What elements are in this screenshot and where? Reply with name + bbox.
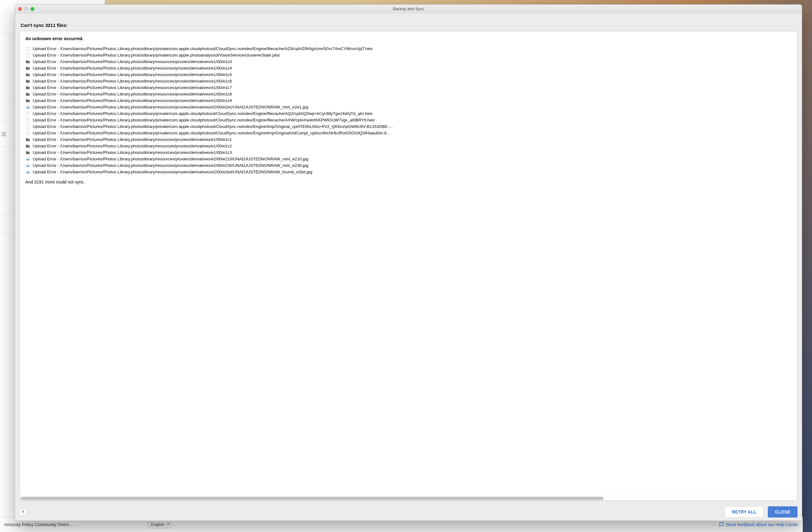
file-icon — [25, 131, 30, 136]
feedback-label: Send feedback about our Help Center — [726, 522, 798, 527]
error-panel-scroll[interactable]: An unknown error occurred. Upload Error … — [20, 31, 797, 496]
error-text: Upload Error - /Users/barrios/Pictures/P… — [33, 136, 232, 143]
error-text: Upload Error - /Users/barrios/Pictures/P… — [33, 91, 232, 97]
backup-and-sync-window: Backup and Sync Can't sync 3211 files: A… — [15, 4, 802, 521]
error-row[interactable]: Upload Error - /Users/barrios/Pictures/P… — [25, 97, 792, 104]
error-text: Upload Error - /Users/barrios/Pictures/P… — [33, 65, 232, 71]
file-icon — [25, 53, 30, 58]
titlebar[interactable]: Backup and Sync — [15, 5, 802, 13]
chat-icon — [719, 522, 724, 527]
error-row[interactable]: Upload Error - /Users/barrios/Pictures/P… — [25, 162, 792, 169]
error-row[interactable]: Upload Error - /Users/barrios/Pictures/P… — [25, 149, 792, 156]
more-could-not-sync: And 3191 more could not sync. — [25, 180, 792, 184]
image-icon — [25, 170, 30, 174]
folder-icon — [25, 66, 30, 71]
error-text: Upload Error - /Users/barrios/Pictures/P… — [33, 84, 232, 91]
file-icon — [25, 118, 30, 123]
error-text: Upload Error - /Users/barrios/Pictures/P… — [33, 97, 232, 104]
folder-icon — [25, 144, 30, 149]
bg-policy-text: mmunity Policy Community Overv… — [4, 522, 73, 527]
error-text: Upload Error - /Users/barrios/Pictures/P… — [33, 52, 280, 58]
dialog-footer: ? RETRY ALL CLOSE — [15, 504, 802, 521]
language-select[interactable]: English — [148, 521, 171, 528]
error-row[interactable]: Upload Error - /Users/barrios/Pictures/P… — [25, 156, 792, 162]
error-row[interactable]: Upload Error - /Users/barrios/Pictures/P… — [25, 71, 792, 78]
error-text: Upload Error - /Users/barrios/Pictures/P… — [33, 78, 232, 84]
folder-icon — [25, 72, 30, 77]
folder-icon — [25, 85, 30, 90]
error-row[interactable]: Upload Error - /Users/barrios/Pictures/P… — [25, 104, 792, 110]
error-row[interactable]: Upload Error - /Users/barrios/Pictures/P… — [25, 169, 792, 175]
folder-icon — [25, 137, 30, 142]
horizontal-scrollbar[interactable] — [20, 496, 797, 501]
image-icon — [25, 105, 30, 110]
close-button[interactable]: CLOSE — [768, 506, 797, 517]
file-icon — [25, 111, 30, 116]
list-icon — [0, 131, 7, 138]
folder-icon — [25, 92, 30, 97]
error-text: Upload Error - /Users/barrios/Pictures/P… — [33, 71, 232, 78]
horizontal-scroll-thumb[interactable] — [20, 497, 604, 500]
cant-sync-heading: Can't sync 3211 files: — [15, 13, 802, 31]
error-text: Upload Error - /Users/barrios/Pictures/P… — [33, 123, 393, 130]
error-text: Upload Error - /Users/barrios/Pictures/P… — [33, 143, 232, 149]
error-row[interactable]: Upload Error - /Users/barrios/Pictures/P… — [25, 143, 792, 149]
error-text: Upload Error - /Users/barrios/Pictures/P… — [33, 162, 308, 169]
image-icon — [25, 163, 30, 168]
error-panel: An unknown error occurred. Upload Error … — [19, 31, 797, 501]
error-text: Upload Error - /Users/barrios/Pictures/P… — [33, 58, 232, 65]
retry-all-button[interactable]: RETRY ALL — [725, 506, 764, 517]
window-title: Backup and Sync — [15, 6, 802, 11]
error-row[interactable]: Upload Error - /Users/barrios/Pictures/P… — [25, 45, 792, 52]
error-row[interactable]: Upload Error - /Users/barrios/Pictures/P… — [25, 123, 792, 130]
file-icon — [25, 46, 30, 51]
error-text: Upload Error - /Users/barrios/Pictures/P… — [33, 45, 373, 52]
folder-icon — [25, 150, 30, 155]
error-row[interactable]: Upload Error - /Users/barrios/Pictures/P… — [25, 65, 792, 71]
error-text: Upload Error - /Users/barrios/Pictures/P… — [33, 169, 313, 175]
file-icon — [25, 124, 30, 129]
error-row[interactable]: Upload Error - /Users/barrios/Pictures/P… — [25, 110, 792, 117]
error-text: Upload Error - /Users/barrios/Pictures/P… — [33, 110, 373, 117]
error-text: Upload Error - /Users/barrios/Pictures/P… — [33, 104, 308, 110]
error-heading: An unknown error occurred. — [25, 36, 792, 41]
folder-icon — [25, 79, 30, 84]
folder-icon — [25, 98, 30, 103]
feedback-link[interactable]: Send feedback about our Help Center — [719, 522, 798, 527]
help-button[interactable]: ? — [19, 508, 26, 515]
error-text: Upload Error - /Users/barrios/Pictures/P… — [33, 156, 308, 162]
folder-icon — [25, 59, 30, 64]
error-row[interactable]: Upload Error - /Users/barrios/Pictures/P… — [25, 130, 792, 136]
error-text: Upload Error - /Users/barrios/Pictures/P… — [33, 130, 391, 136]
error-row[interactable]: Upload Error - /Users/barrios/Pictures/P… — [25, 136, 792, 143]
error-row[interactable]: Upload Error - /Users/barrios/Pictures/P… — [25, 84, 792, 91]
image-icon — [25, 157, 30, 162]
error-text: Upload Error - /Users/barrios/Pictures/P… — [33, 117, 375, 123]
error-row[interactable]: Upload Error - /Users/barrios/Pictures/P… — [25, 91, 792, 97]
error-row[interactable]: Upload Error - /Users/barrios/Pictures/P… — [25, 52, 792, 58]
error-text: Upload Error - /Users/barrios/Pictures/P… — [33, 149, 232, 156]
error-row[interactable]: Upload Error - /Users/barrios/Pictures/P… — [25, 58, 792, 65]
error-row[interactable]: Upload Error - /Users/barrios/Pictures/P… — [25, 117, 792, 123]
error-row[interactable]: Upload Error - /Users/barrios/Pictures/P… — [25, 78, 792, 84]
